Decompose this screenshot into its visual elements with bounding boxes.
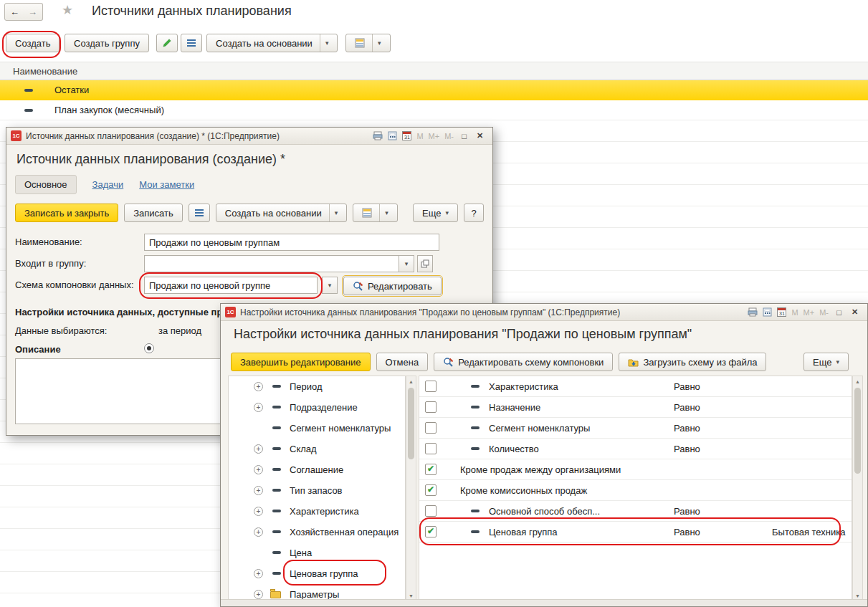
calculator-icon[interactable] [388, 131, 397, 140]
conditions-scrollbar[interactable]: ▲ ▼ [852, 376, 863, 601]
expand-icon[interactable]: + [254, 569, 263, 578]
condition-row-purpose[interactable]: Назначение Равно [419, 397, 852, 418]
tab-tasks[interactable]: Задачи [92, 179, 124, 190]
condition-row-price-group[interactable]: ✔ Ценовая группа Равно Бытовая техника [419, 522, 852, 543]
favorite-star-icon[interactable]: ★ [62, 2, 73, 18]
scrollbar-thumb[interactable] [854, 388, 861, 474]
dialog2-titlebar[interactable]: 1С Настройки источника данных планирован… [221, 304, 867, 321]
expand-icon[interactable]: + [254, 382, 263, 391]
close-button[interactable]: ✕ [474, 131, 485, 140]
dialog1-heading: Источник данных планирования (создание) … [16, 152, 285, 167]
list-row-ostatki[interactable]: Остатки [0, 80, 868, 100]
expand-icon[interactable]: + [254, 527, 263, 537]
condition-label: Сегмент номенклатуры [489, 418, 590, 439]
checkbox[interactable] [425, 401, 437, 413]
tab-main[interactable]: Основное [15, 175, 77, 194]
calculator-icon[interactable] [763, 307, 772, 317]
name-input[interactable] [144, 234, 439, 251]
parent-group-field-label: Входит в группу: [15, 255, 86, 272]
output-list-button[interactable] [181, 34, 202, 52]
save-button[interactable]: Записать [124, 204, 183, 222]
tab-notes[interactable]: Мои заметки [139, 179, 194, 190]
tree-item-warehouse[interactable]: + Склад [229, 439, 405, 459]
print-icon[interactable] [373, 131, 383, 140]
close-button[interactable]: ✕ [849, 307, 860, 317]
expand-icon[interactable]: + [254, 403, 263, 412]
list-header[interactable]: Наименование [0, 62, 868, 80]
create-button[interactable]: Создать [6, 34, 59, 52]
checkbox[interactable]: ✔ [425, 526, 437, 537]
condition-row-characteristic[interactable]: Характеристика Равно [419, 376, 852, 397]
tree-item-stock-type[interactable]: + Тип запасов [229, 480, 405, 501]
tree-item-period[interactable]: + Период [229, 376, 405, 397]
scheme-dropdown-button[interactable]: ▾ [322, 277, 338, 294]
checkbox[interactable] [425, 505, 437, 517]
tree-item-price-group[interactable]: + Ценовая группа [229, 563, 405, 584]
expand-icon[interactable]: + [254, 465, 263, 474]
create-group-button[interactable]: Создать группу [65, 34, 149, 52]
create-based-on-dropdown[interactable]: Создать на основании ▾ [206, 34, 338, 52]
tree-item-business-operation[interactable]: + Хозяйственная операция [229, 522, 405, 543]
help-button[interactable]: ? [464, 204, 484, 222]
tree-scrollbar[interactable]: ▲ ▼ [406, 376, 416, 601]
forward-button[interactable]: → [23, 3, 43, 21]
parent-group-input[interactable] [144, 255, 399, 272]
maximize-button[interactable]: □ [834, 308, 844, 317]
more-dropdown[interactable]: Еще ▾ [803, 353, 849, 371]
calendar-icon[interactable]: 31 [777, 307, 786, 317]
condition-row-main-supply-method[interactable]: Основной способ обесп... Равно [419, 501, 852, 522]
back-button[interactable]: ← [4, 3, 25, 21]
tree-item-nomenclature-segment[interactable]: Сегмент номенклатуры [229, 418, 405, 439]
finish-editing-button[interactable]: Завершить редактирование [231, 353, 371, 371]
parent-group-dropdown-button[interactable]: ▾ [399, 255, 414, 272]
more-dropdown[interactable]: Еще ▾ [413, 204, 458, 222]
tree-item-agreement[interactable]: + Соглашение [229, 459, 405, 480]
dialog1-tabs: Основное Задачи Мои заметки [15, 175, 194, 194]
condition-row-quantity[interactable]: Количество Равно [419, 439, 852, 459]
condition-row-nomenclature-segment[interactable]: Сегмент номенклатуры Равно [419, 418, 852, 439]
expand-icon[interactable]: + [254, 507, 263, 516]
create-based-on-dropdown[interactable]: Создать на основании ▾ [216, 204, 347, 222]
load-scheme-from-file-button[interactable]: Загрузить схему из файла [619, 353, 766, 371]
output-list-button[interactable] [189, 204, 210, 222]
open-icon [421, 259, 429, 268]
calendar-icon[interactable]: 31 [402, 131, 411, 140]
cancel-button[interactable]: Отмена [376, 353, 429, 371]
expand-icon[interactable]: + [254, 590, 263, 599]
save-and-close-button[interactable]: Записать и закрыть [15, 204, 118, 222]
horizontal-scrollbar[interactable] [221, 599, 867, 606]
dialog1-titlebar[interactable]: 1С Источник данных планирования (создани… [6, 128, 492, 145]
condition-label: Характеристика [489, 376, 558, 397]
reports-dropdown[interactable]: ▾ [345, 34, 391, 52]
condition-row-except-commission-sales[interactable]: ✔ Кроме комиссионных продаж [419, 480, 852, 501]
tree-item-label: Цена [290, 543, 312, 563]
checkbox[interactable]: ✔ [425, 484, 437, 496]
tree-item-characteristic[interactable]: + Характеристика [229, 501, 405, 522]
condition-row-except-interorg-sales[interactable]: ✔ Кроме продаж между организациями [419, 459, 852, 480]
list-row-plan-zakupok[interactable]: План закупок (месячный) [0, 100, 868, 120]
parent-group-open-button[interactable] [417, 255, 433, 272]
radio-period-label[interactable]: за период [158, 322, 201, 340]
edit-button[interactable] [156, 34, 178, 52]
edit-composition-scheme-button[interactable]: Редактировать схему компоновки [434, 353, 613, 371]
edit-scheme-button[interactable]: Редактировать [343, 277, 442, 295]
tree-item-division[interactable]: + Подразделение [229, 397, 405, 418]
checkbox[interactable] [425, 422, 437, 434]
radio-period[interactable] [144, 343, 154, 353]
scroll-up-icon[interactable]: ▲ [406, 376, 416, 386]
scroll-up-icon[interactable]: ▲ [853, 376, 862, 386]
expand-icon[interactable]: + [254, 444, 263, 454]
reports-dropdown[interactable]: ▾ [353, 204, 398, 222]
tree-item-price[interactable]: Цена [229, 543, 405, 563]
maximize-button[interactable]: □ [459, 132, 469, 140]
checkbox[interactable] [425, 381, 437, 392]
scrollbar-thumb[interactable] [408, 388, 414, 459]
expand-icon[interactable]: + [254, 486, 263, 495]
checkbox[interactable]: ✔ [425, 464, 437, 475]
condition-label: Ценовая группа [489, 522, 558, 543]
chevron-down-icon: ▾ [836, 358, 839, 365]
scheme-input[interactable] [144, 277, 318, 294]
checkbox[interactable] [425, 443, 437, 454]
print-icon[interactable] [748, 307, 758, 317]
column-name-header[interactable]: Наименование [13, 66, 77, 77]
